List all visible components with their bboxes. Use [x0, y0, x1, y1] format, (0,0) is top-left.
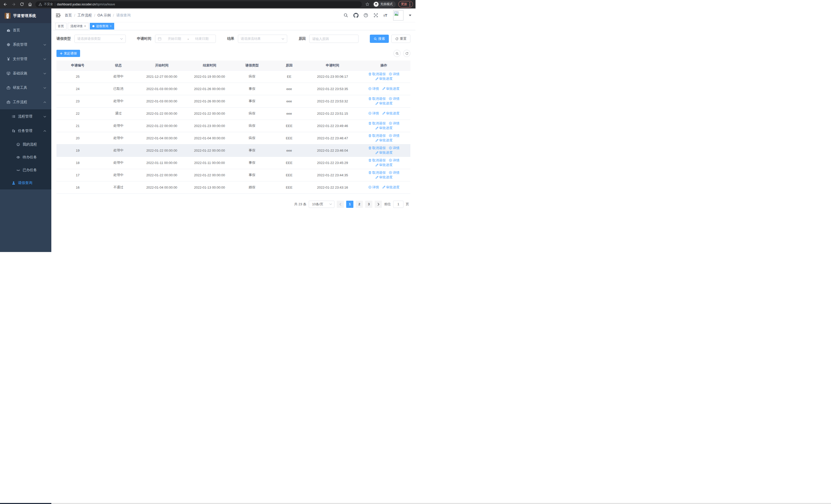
page-button-2[interactable]: 2 [356, 201, 363, 208]
detail-action-link[interactable]: 详情 [368, 111, 379, 116]
table-row[interactable]: 21处理中2022-01-22 00:00:002022-01-23 00:00… [56, 120, 410, 132]
action-label: 审批进度 [386, 185, 400, 190]
search-icon[interactable] [343, 13, 348, 18]
tag-home[interactable]: 首页 [55, 23, 66, 30]
cell-reason: EEE [270, 169, 308, 181]
url-bar[interactable]: 不安全 dashboard.yudao.iocoder.cn/bpm/oa/le… [35, 1, 362, 7]
progress-action-link[interactable]: 审批进度 [382, 185, 400, 190]
table-row[interactable]: 20处理中2022-01-04 00:00:002022-01-04 00:00… [56, 132, 410, 144]
detail-action-link[interactable]: 详情 [389, 158, 400, 163]
table-row[interactable]: 18处理中2022-01-11 00:00:002022-01-11 00:00… [56, 156, 410, 169]
home-icon[interactable] [27, 2, 33, 7]
breadcrumb-item[interactable]: 首页 [65, 13, 72, 18]
breadcrumb-item[interactable]: OA 示例 [97, 13, 111, 18]
page-button-3[interactable]: 3 [365, 201, 372, 208]
avatar[interactable] [393, 10, 403, 21]
sidebar-fold-icon[interactable] [55, 13, 61, 18]
prev-page-button[interactable] [337, 201, 344, 208]
app-title: 芋道管理系统 [13, 13, 36, 18]
progress-action-link[interactable]: 审批进度 [375, 150, 393, 155]
cancel-action-link[interactable]: 取消请假 [368, 134, 386, 138]
help-icon[interactable] [364, 13, 369, 18]
table-row[interactable]: 19处理中2022-01-22 00:00:002022-01-22 00:00… [56, 144, 410, 156]
forward-icon[interactable] [11, 2, 17, 7]
progress-action-link[interactable]: 审批进度 [382, 111, 400, 116]
sidebar-item-devtools[interactable]: 研发工具 [0, 81, 51, 95]
toolbox-icon [7, 86, 10, 90]
table-row[interactable]: 22通过2022-01-22 00:00:002022-01-22 00:00:… [56, 107, 410, 120]
sidebar-item-leave-query[interactable]: 请假查询 [0, 177, 51, 189]
sidebar-item-home[interactable]: 首页 [0, 23, 51, 37]
edit-icon [375, 176, 378, 179]
table-row[interactable]: 25处理中2021-12-27 00:00:002022-01-19 00:00… [56, 70, 410, 83]
cancel-action-link[interactable]: 取消请假 [368, 72, 386, 77]
goto-page-input[interactable] [393, 201, 403, 208]
detail-action-link[interactable]: 详情 [368, 87, 379, 91]
tag-leave-query[interactable]: 请假查询× [90, 23, 114, 30]
chevron-down-icon [44, 87, 46, 89]
reason-input[interactable] [312, 37, 356, 41]
sidebar-item-payment[interactable]: 支付管理 [0, 52, 51, 66]
monitor-icon [7, 71, 10, 75]
table-row[interactable]: 24已取消2022-01-03 00:00:002022-01-26 00:00… [56, 83, 410, 95]
progress-action-link[interactable]: 审批进度 [382, 87, 400, 91]
back-icon[interactable] [3, 2, 8, 7]
sidebar-item-my-process[interactable]: 我的流程 [0, 138, 51, 151]
close-icon[interactable]: × [110, 25, 112, 28]
font-size-icon[interactable]: TT [383, 13, 387, 18]
breadcrumb-item[interactable]: 工作流程 [78, 13, 92, 18]
cancel-action-link[interactable]: 取消请假 [368, 170, 386, 175]
page-button-1[interactable]: 1 [346, 201, 353, 208]
table-row[interactable]: 17处理中2022-01-22 00:00:002022-01-22 00:00… [56, 169, 410, 181]
reload-icon[interactable] [19, 2, 25, 7]
cancel-action-link[interactable]: 取消请假 [368, 96, 386, 101]
leave-type-select[interactable]: 请选择请假类型 [75, 35, 126, 43]
bookmark-star-icon[interactable] [365, 2, 370, 7]
detail-action-link[interactable]: 详情 [389, 134, 400, 138]
result-select[interactable]: 请选择流结果 [238, 35, 287, 43]
refresh-button[interactable] [403, 50, 410, 57]
detail-action-link[interactable]: 详情 [389, 146, 400, 150]
search-button[interactable]: 搜索 [370, 35, 389, 43]
detail-action-link[interactable]: 详情 [368, 185, 379, 190]
close-icon[interactable]: × [84, 25, 86, 28]
tree-icon [12, 129, 16, 133]
cell-id: 20 [56, 132, 99, 144]
view-icon [389, 134, 392, 137]
cancel-action-link[interactable]: 取消请假 [368, 146, 386, 150]
sidebar-item-process-mgmt[interactable]: 流程管理 [0, 109, 51, 124]
avatar-caret-icon[interactable] [409, 14, 411, 16]
sidebar-item-system[interactable]: 系统管理 [0, 37, 51, 52]
update-button[interactable]: 更新 [398, 1, 413, 7]
detail-action-link[interactable]: 详情 [389, 72, 400, 77]
tag-process-detail[interactable]: 流程详情× [68, 23, 89, 30]
create-leave-button[interactable]: 发起请假 [56, 50, 80, 57]
menu-dots-icon[interactable] [409, 2, 410, 6]
progress-action-link[interactable]: 审批进度 [375, 175, 393, 180]
progress-action-link[interactable]: 审批进度 [375, 163, 393, 167]
github-icon[interactable] [353, 13, 359, 18]
progress-action-link[interactable]: 审批进度 [375, 126, 393, 130]
sidebar-item-task-mgmt[interactable]: 任务管理 [0, 124, 51, 138]
progress-action-link[interactable]: 审批进度 [375, 77, 393, 81]
fullscreen-icon[interactable] [373, 13, 378, 18]
sidebar-item-done-tasks[interactable]: 已办任务 [0, 164, 51, 177]
toggle-search-button[interactable] [394, 50, 401, 57]
trash-icon [368, 122, 372, 125]
progress-action-link[interactable]: 审批进度 [375, 101, 393, 106]
sidebar-item-infra[interactable]: 基础设施 [0, 66, 51, 81]
progress-action-link[interactable]: 审批进度 [375, 138, 393, 143]
detail-action-link[interactable]: 详情 [389, 170, 400, 175]
detail-action-link[interactable]: 详情 [389, 121, 400, 126]
cancel-action-link[interactable]: 取消请假 [368, 121, 386, 126]
table-row[interactable]: 23处理中2022-01-03 00:00:002022-01-26 00:00… [56, 95, 410, 107]
sidebar-item-todo-tasks[interactable]: 待办任务 [0, 151, 51, 164]
page-size-select[interactable]: 10条/页 [309, 201, 335, 208]
reset-button[interactable]: 重置 [391, 35, 410, 43]
detail-action-link[interactable]: 详情 [389, 96, 400, 101]
cancel-action-link[interactable]: 取消请假 [368, 158, 386, 163]
apply-time-range-picker[interactable]: 开始日期 - 结束日期 [155, 35, 216, 43]
next-page-button[interactable] [375, 201, 382, 208]
table-row[interactable]: 16不通过2022-01-04 00:00:002022-01-13 00:00… [56, 181, 410, 194]
sidebar-item-workflow[interactable]: 工作流程 [0, 95, 51, 109]
